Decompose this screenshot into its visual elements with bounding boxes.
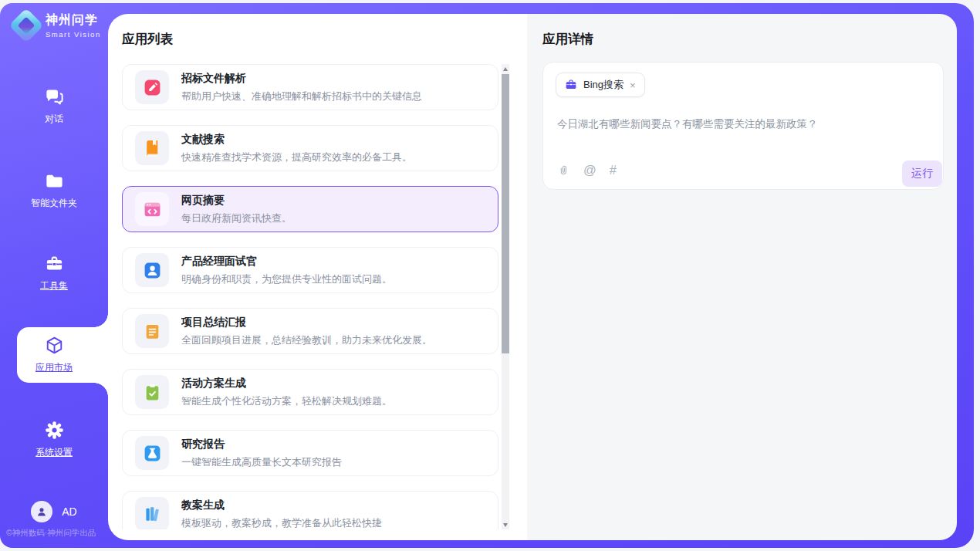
app-card-name: 项目总结汇报: [181, 316, 432, 330]
app-card-name: 文献搜索: [181, 133, 412, 147]
scroll-up-icon[interactable]: [502, 64, 509, 73]
run-button[interactable]: 运行: [902, 161, 942, 187]
app-detail-title: 应用详情: [542, 31, 593, 48]
scroll-down-icon[interactable]: [502, 520, 509, 529]
sidebar-item-label: 工具集: [0, 279, 108, 292]
hashtag-icon[interactable]: #: [610, 164, 617, 177]
app-card-pm-interviewer[interactable]: 产品经理面试官 明确身份和职责，为您提供专业性的面试问题。: [122, 247, 498, 293]
sidebar-item-settings[interactable]: 系统设置: [0, 420, 108, 459]
content-area: 应用列表 招标文件解析 帮助用户快速、准确地理解和解析招标书中的关键信息: [108, 14, 957, 540]
app-frame: 神州问学 Smart Vision 对话 智能文件夹: [0, 3, 974, 548]
app-card-name: 教案生成: [181, 499, 382, 512]
sidebar-item-label: 系统设置: [0, 446, 108, 459]
app-card-name: 招标文件解析: [181, 72, 422, 86]
app-card-desc: 帮助用户快速、准确地理解和解析招标书中的关键信息: [181, 90, 422, 103]
sidebar-item-label: 对话: [0, 113, 108, 126]
person-icon: [35, 505, 49, 519]
notepad-icon: [135, 314, 169, 348]
app-card-lesson-plan[interactable]: 教案生成 模板驱动，教案秒成，教学准备从此轻松快捷: [122, 491, 498, 529]
prompt-composer[interactable]: Bing搜索 × 今日湖北有哪些新闻要点？有哪些需要关注的最新政策？ @ #: [542, 62, 944, 190]
sidebar-item-toolset[interactable]: 工具集: [0, 253, 108, 292]
app-card-bid-parse[interactable]: 招标文件解析 帮助用户快速、准确地理解和解析招标书中的关键信息: [122, 64, 498, 110]
mention-icon[interactable]: @: [583, 164, 596, 177]
lesson-books-icon: [135, 497, 169, 529]
app-card-desc: 模板驱动，教案秒成，教学准备从此轻松快捷: [181, 516, 382, 530]
user-account[interactable]: AD: [0, 501, 108, 522]
webpage-code-icon: [135, 192, 169, 226]
app-card-activity-plan[interactable]: 活动方案生成 智能生成个性化活动方案，轻松解决规划难题。: [122, 369, 498, 415]
app-card-name: 研究报告: [181, 438, 342, 451]
user-name: AD: [62, 505, 76, 518]
brand-name: 神州问学: [46, 12, 101, 29]
toolbox-icon: [44, 253, 65, 274]
app-card-webpage-summary[interactable]: 网页摘要 每日政府新闻资讯快查。: [122, 186, 498, 232]
app-card-name: 网页摘要: [181, 194, 292, 208]
app-card-desc: 全面回顾项目进展，总结经验教训，助力未来优化发展。: [181, 333, 432, 347]
close-icon[interactable]: ×: [630, 80, 636, 90]
literature-book-icon: [135, 131, 169, 165]
app-list-panel: 应用列表 招标文件解析 帮助用户快速、准确地理解和解析招标书中的关键信息: [108, 14, 527, 540]
copyright-footer: ©神州数码·神州问学出品: [6, 528, 108, 539]
brand-logo: 神州问学 Smart Vision: [14, 12, 101, 39]
sidebar-item-label: 智能文件夹: [0, 197, 108, 210]
folder-icon: [44, 171, 65, 191]
app-window: 神州问学 Smart Vision 对话 智能文件夹: [0, 0, 980, 551]
briefcase-icon: [565, 79, 577, 91]
composer-toolbar: @ #: [557, 164, 617, 177]
app-card-research-report[interactable]: 研究报告 一键智能生成高质量长文本研究报告: [122, 430, 498, 476]
sidebar-item-app-market[interactable]: 应用市场: [0, 335, 108, 374]
research-flask-icon: [135, 436, 169, 470]
gear-icon: [44, 420, 65, 441]
attachment-icon[interactable]: [557, 164, 570, 177]
app-card-project-summary[interactable]: 项目总结汇报 全面回顾项目进展，总结经验教训，助力未来优化发展。: [122, 308, 498, 354]
cube-icon: [44, 335, 65, 356]
sidebar-item-chat[interactable]: 对话: [0, 86, 108, 126]
app-card-desc: 每日政府新闻资讯快查。: [181, 211, 292, 225]
app-card-name: 活动方案生成: [181, 377, 392, 390]
sidebar: 神州问学 Smart Vision 对话 智能文件夹: [0, 3, 108, 548]
list-scrollbar[interactable]: [502, 64, 509, 529]
app-card-literature-search[interactable]: 文献搜索 快速精准查找学术资源，提高研究效率的必备工具。: [122, 125, 498, 171]
sidebar-item-label: 应用市场: [0, 361, 108, 374]
sidebar-item-smart-folder[interactable]: 智能文件夹: [0, 171, 108, 210]
tool-tag-label: Bing搜索: [583, 78, 623, 92]
chat-icon: [44, 86, 65, 107]
avatar: [31, 501, 52, 522]
app-list-title: 应用列表: [122, 31, 173, 48]
brand-tagline: Smart Vision: [46, 30, 101, 39]
app-card-desc: 快速精准查找学术资源，提高研究效率的必备工具。: [181, 150, 412, 164]
bid-document-icon: [135, 70, 169, 104]
scrollbar-thumb[interactable]: [502, 74, 509, 353]
app-detail-panel: 应用详情 Bing搜索 × 今日湖北有哪些新闻要点？有哪些需要关注的最新政策？: [527, 14, 957, 540]
app-card-desc: 智能生成个性化活动方案，轻松解决规划难题。: [181, 394, 392, 408]
clipboard-check-icon: [135, 375, 169, 409]
prompt-input[interactable]: 今日湖北有哪些新闻要点？有哪些需要关注的最新政策？: [557, 117, 931, 133]
brand-logo-icon: [8, 8, 43, 42]
app-card-name: 产品经理面试官: [181, 255, 392, 269]
tool-tag-bing-search[interactable]: Bing搜索 ×: [556, 73, 645, 97]
interviewer-icon: [135, 253, 169, 287]
app-card-desc: 明确身份和职责，为您提供专业性的面试问题。: [181, 272, 392, 286]
app-list: 招标文件解析 帮助用户快速、准确地理解和解析招标书中的关键信息 文献搜索 快速精…: [122, 64, 509, 529]
app-card-desc: 一键智能生成高质量长文本研究报告: [181, 455, 342, 469]
